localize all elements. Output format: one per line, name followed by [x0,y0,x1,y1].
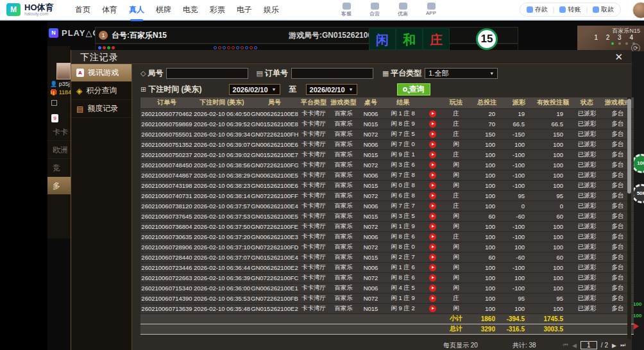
order-input[interactable] [291,68,373,79]
replay-play-button[interactable] [429,244,436,251]
sidebar-item-points-query[interactable]: ◈ 积分查询 [71,82,131,100]
cell-play-side: 闲 [443,139,470,149]
close-icon[interactable]: ✕ [614,51,623,63]
replay-play-button[interactable] [429,213,436,220]
lobby-menu-item-multitable[interactable]: 多 [47,177,71,195]
cell-order-no: 260210060748450 [140,160,193,170]
replay-play-button[interactable] [429,162,436,169]
pagination: ⏮ ◀ 1 / 2 ▶ ⏭ [563,341,625,349]
time-filter-label: 下注时间 (美东) [148,84,201,95]
replay-play-button[interactable] [429,223,436,230]
date-from-select[interactable]: 2026/02/10 ▼ [229,84,280,95]
sidebar-item-credit-records[interactable]: ▤ 额度记录 [71,100,131,118]
nav-item-home[interactable]: 首页 [75,2,90,18]
nav-item-sports[interactable]: 体育 [102,2,117,18]
replay-play-button[interactable] [429,233,436,240]
prev-page-icon[interactable]: ◀ [572,342,577,349]
lobby-menu-item-kaka[interactable]: 卡卡 [47,123,71,141]
lobby-menu-item-jingmi[interactable]: 竞 [47,159,71,177]
lobby-menu-item-europe[interactable]: 欧洲 [47,141,71,159]
nav-item-esports[interactable]: 电竞 [183,2,198,18]
cell-game-type: 百家乐 [329,293,358,303]
deposit-button[interactable]: 存款 [527,5,548,14]
replay-play-button[interactable] [429,192,436,199]
bet-panel-tie[interactable]: 和 [396,28,423,50]
table-row: 2602100607513522026-02-10 06:39:07GN0062… [140,139,634,149]
replay-play-button[interactable] [429,121,436,128]
cell-payout: -100 [504,231,534,242]
search-button[interactable]: 查询 [397,83,430,96]
nav-actions: 客服 合营 优惠 APP [337,3,441,17]
subtotal-payout: -394.5 [504,313,534,324]
nav-item-live[interactable]: 真人 [129,2,144,18]
cell-order-no: 260210060713639 [140,303,193,313]
site-logo[interactable]: M HO体育 halouty.com [0,3,67,16]
tag-icon: ◇ [140,69,146,78]
promo-button[interactable]: 优惠 [393,3,412,17]
nav-item-entertainment[interactable]: 娱乐 [264,2,279,18]
round-input[interactable] [166,68,248,79]
cell-order-no: 260210060723446 [140,262,193,272]
cell-platform: 卡卡湾厅 [298,221,329,231]
replay-play-button[interactable] [429,131,436,138]
replay-play-button[interactable] [429,182,436,189]
play-icon [634,323,639,329]
camera-selector[interactable]: 1 2 3 4 [594,34,636,41]
replay-play-button[interactable] [429,274,436,281]
replay-play-button[interactable] [429,151,436,158]
platform-select[interactable]: 1.全部 ▼ [425,68,498,79]
cell-total-bet: 100 [470,201,504,211]
user-avatar[interactable] [632,2,644,19]
cell-payout: -60 [504,211,534,221]
page-input[interactable]: 1 [580,341,597,349]
cell-valid-bet: 100 [534,139,572,149]
replay-play-button[interactable] [429,295,436,302]
cell-platform: 卡卡湾厅 [298,231,329,242]
cell-result: 闲 7 庄 7 [384,201,422,211]
date-to-select[interactable]: 2026/02/10 ▼ [306,84,357,95]
to-label: 至 [289,84,297,95]
cell-payout: 95 [504,293,534,303]
total-label: 总计 [443,324,470,334]
column-header: 总投注 [470,97,504,108]
scrollbar-thumb[interactable] [627,99,631,194]
replay-play-button[interactable] [429,305,436,312]
cell-payout: -100 [504,262,534,272]
bet-table: 订单号下注时间 (美东)局号平台类型游戏类型桌号结果玩法总投注派彩有效投注额状态… [140,97,634,335]
bet-panel-player[interactable]: 闲 [369,28,396,50]
cell-total-bet: 100 [470,221,504,231]
cell-valid-bet: 150 [534,129,572,139]
cell-valid-bet: 100 [534,160,572,170]
partner-button[interactable]: 合营 [365,3,384,17]
transfer-button[interactable]: 转账 [559,5,580,14]
replay-play-button[interactable] [429,254,436,261]
bet-panel-banker[interactable]: 庄 [423,28,450,50]
nav-item-chess[interactable]: 棋牌 [156,2,171,18]
nav-item-lottery[interactable]: 彩票 [210,2,225,18]
cell-table-no: N072 [358,160,384,170]
next-page-icon[interactable]: ▶ [612,342,616,349]
cell-valid-bet: 0 [534,201,572,211]
total-payout: -316.5 [504,324,534,334]
cell-order-no: 260210060736804 [140,221,193,231]
cell-order-no: 260210060737645 [140,211,193,221]
cell-order-no: 260210060751352 [140,139,193,149]
nav-item-slots[interactable]: 电子 [237,2,252,18]
cell-platform: 卡卡湾厅 [298,180,329,190]
replay-play-button[interactable] [429,285,436,292]
replay-play-button[interactable] [429,110,436,117]
last-page-icon[interactable]: ⏭ [620,342,625,349]
replay-play-button[interactable] [429,203,436,210]
first-page-icon[interactable]: ⏮ [563,342,568,349]
replay-play-button[interactable] [429,172,436,179]
withdraw-button[interactable]: 取款 [593,5,614,14]
cell-platform: 卡卡湾厅 [298,139,329,149]
cell-table-no: N015 [358,149,384,160]
replay-play-button[interactable] [429,141,436,148]
app-button[interactable]: APP [421,3,441,17]
replay-play-button[interactable] [429,264,436,271]
cell-play-side: 闲 [443,160,470,170]
bet-records-modal: 下注记录 ✕ A 视讯游戏 ◈ 积分查询 ▤ 额度记录 ◇ 局号 [71,50,632,350]
customer-service-button[interactable]: 客服 [337,3,356,17]
sidebar-item-video-games[interactable]: A 视讯游戏 [71,64,131,82]
